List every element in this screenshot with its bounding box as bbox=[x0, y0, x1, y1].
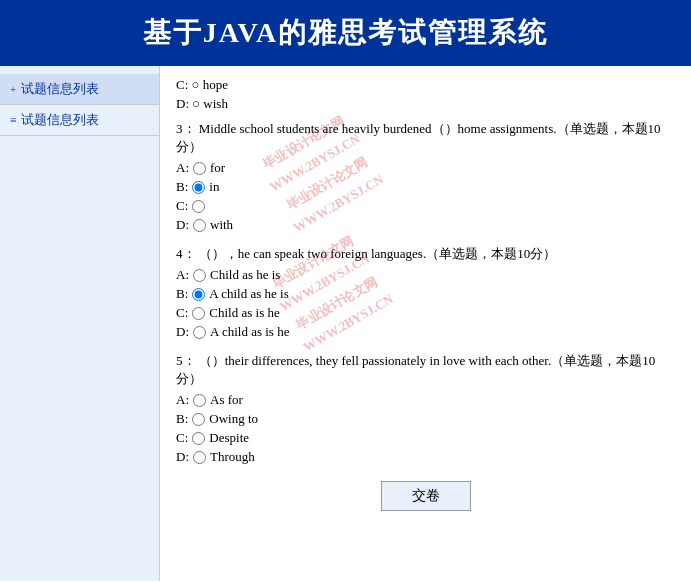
partial-options: C: ○ hope D: ○ wish bbox=[176, 77, 675, 112]
q4-b-label: B: bbox=[176, 286, 188, 302]
question-5-text: 5： （）their differences, they fell passio… bbox=[176, 352, 675, 388]
q4-a-label: A: bbox=[176, 267, 189, 283]
q3-radio-a[interactable] bbox=[193, 162, 206, 175]
q3-option-d[interactable]: D: with bbox=[176, 217, 675, 233]
q5-radio-d[interactable] bbox=[193, 451, 206, 464]
q3-d-label: D: bbox=[176, 217, 189, 233]
q4-c-label: C: bbox=[176, 305, 188, 321]
q4-option-c[interactable]: C: Child as is he bbox=[176, 305, 675, 321]
q3-c-label: C: bbox=[176, 198, 188, 214]
q4-radio-d[interactable] bbox=[193, 326, 206, 339]
q3-b-label: B: bbox=[176, 179, 188, 195]
sidebar-label-2: 试题信息列表 bbox=[21, 111, 99, 129]
submit-area: 交卷 bbox=[176, 481, 675, 511]
q3-option-c[interactable]: C: bbox=[176, 198, 675, 214]
q5-radio-b[interactable] bbox=[192, 413, 205, 426]
sidebar-item-2[interactable]: ≡ 试题信息列表 bbox=[0, 105, 159, 136]
q5-radio-c[interactable] bbox=[192, 432, 205, 445]
submit-button[interactable]: 交卷 bbox=[381, 481, 471, 511]
sidebar: + 试题信息列表 ≡ 试题信息列表 bbox=[0, 66, 160, 581]
question-3: 3： Middle school students are heavily bu… bbox=[176, 120, 675, 233]
q4-radio-a[interactable] bbox=[193, 269, 206, 282]
sidebar-label-1: 试题信息列表 bbox=[21, 80, 99, 98]
sidebar-item-1[interactable]: + 试题信息列表 bbox=[0, 74, 159, 105]
partial-c-option: C: ○ hope bbox=[176, 77, 675, 93]
sidebar-icon-1: + bbox=[10, 83, 16, 95]
q3-radio-c[interactable] bbox=[192, 200, 205, 213]
q4-radio-c[interactable] bbox=[192, 307, 205, 320]
sidebar-icon-2: ≡ bbox=[10, 114, 16, 126]
content-area: 毕业设计论文网WWW.2BYSJ.CN毕业设计论文网WWW.2BYSJ.CN 毕… bbox=[160, 66, 691, 581]
q4-d-label: D: bbox=[176, 324, 189, 340]
page-title: 基于JAVA的雅思考试管理系统 bbox=[0, 0, 691, 66]
q4-option-b[interactable]: B: A child as he is bbox=[176, 286, 675, 302]
q5-b-label: B: bbox=[176, 411, 188, 427]
q5-option-c[interactable]: C: Despite bbox=[176, 430, 675, 446]
q3-radio-b[interactable] bbox=[192, 181, 205, 194]
q5-d-label: D: bbox=[176, 449, 189, 465]
q5-option-b[interactable]: B: Owing to bbox=[176, 411, 675, 427]
q3-option-a[interactable]: A: for bbox=[176, 160, 675, 176]
q5-option-d[interactable]: D: Through bbox=[176, 449, 675, 465]
q5-radio-a[interactable] bbox=[193, 394, 206, 407]
question-4: 4： （），he can speak two foreign languages… bbox=[176, 245, 675, 340]
partial-d-option: D: ○ wish bbox=[176, 96, 675, 112]
question-5: 5： （）their differences, they fell passio… bbox=[176, 352, 675, 465]
q5-a-label: A: bbox=[176, 392, 189, 408]
q5-option-a[interactable]: A: As for bbox=[176, 392, 675, 408]
q4-option-a[interactable]: A: Child as he is bbox=[176, 267, 675, 283]
question-3-text: 3： Middle school students are heavily bu… bbox=[176, 120, 675, 156]
q4-radio-b[interactable] bbox=[192, 288, 205, 301]
q4-option-d[interactable]: D: A child as is he bbox=[176, 324, 675, 340]
question-4-text: 4： （），he can speak two foreign languages… bbox=[176, 245, 675, 263]
main-layout: + 试题信息列表 ≡ 试题信息列表 毕业设计论文网WWW.2BYSJ.CN毕业设… bbox=[0, 66, 691, 581]
q3-option-b[interactable]: B: in bbox=[176, 179, 675, 195]
q5-c-label: C: bbox=[176, 430, 188, 446]
q3-radio-d[interactable] bbox=[193, 219, 206, 232]
q3-a-label: A: bbox=[176, 160, 189, 176]
